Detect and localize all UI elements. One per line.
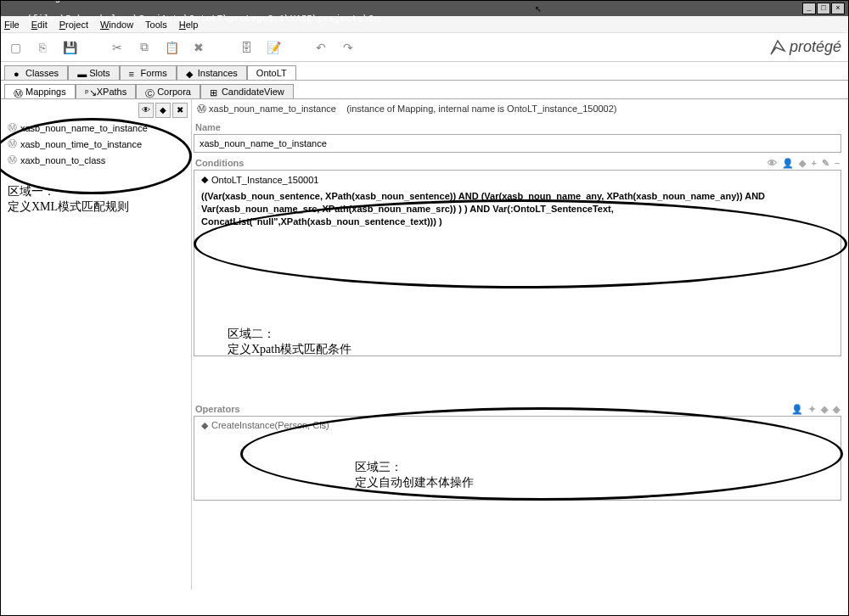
- notes-icon[interactable]: 📝: [266, 40, 281, 55]
- main-tabrow: ●Classes ▬Slots ≡Forms ◆Instances OntoLT: [1, 62, 848, 81]
- cut-icon[interactable]: ✂: [110, 40, 125, 55]
- close-button[interactable]: ×: [831, 3, 845, 14]
- cond-tool-person-icon[interactable]: 👤: [782, 158, 794, 169]
- content-area: 👁 ◆ ✖ Ⓜxasb_noun_name_to_instance Ⓜxasb_…: [1, 99, 848, 590]
- menu-help[interactable]: Help: [179, 20, 199, 30]
- operators-box[interactable]: ◆ CreateInstance(Person, Cls): [194, 416, 841, 501]
- name-section-label: Name: [195, 122, 840, 132]
- mapping-bullet-icon: Ⓜ: [8, 154, 17, 166]
- instance-header: Ⓜ xasb_noun_name_to_instance (instance o…: [194, 101, 841, 117]
- save-icon[interactable]: 💾: [62, 40, 77, 55]
- view-button[interactable]: 👁: [138, 103, 154, 118]
- right-panel: Ⓜ xasb_noun_name_to_instance (instance o…: [192, 99, 848, 590]
- cond-tool-view-icon[interactable]: 👁: [767, 158, 777, 169]
- mappings-icon: Ⓜ: [14, 87, 22, 96]
- oper-tool-add3-icon[interactable]: ◆: [833, 404, 840, 415]
- oper-tool-person-icon[interactable]: 👤: [791, 404, 803, 415]
- mapping-bullet-icon: Ⓜ: [8, 137, 17, 150]
- xpaths-icon: ᵖ↘: [85, 87, 93, 96]
- new-icon[interactable]: ▢: [8, 40, 23, 55]
- mapping-item-2[interactable]: Ⓜxaxb_noun_to_class: [4, 152, 188, 168]
- candidateview-icon: ⊞: [210, 87, 218, 96]
- forms-icon: ≡: [129, 69, 138, 77]
- subtab-candidateview[interactable]: ⊞CandidateView: [200, 84, 294, 98]
- menu-project[interactable]: Project: [59, 20, 88, 30]
- window-buttons: _ □ ×: [802, 3, 845, 14]
- classes-icon: ●: [14, 69, 22, 77]
- title-product: Protégé 3.1.1: [26, 0, 99, 3]
- instance-meta: (instance of Mapping, internal name is O…: [346, 104, 616, 114]
- oper-tool-add1-icon[interactable]: ✦: [808, 404, 816, 415]
- left-panel: 👁 ◆ ✖ Ⓜxasb_noun_name_to_instance Ⓜxasb_…: [1, 99, 192, 590]
- footer: [1, 590, 848, 615]
- maximize-button[interactable]: □: [817, 3, 830, 14]
- instances-icon: ◆: [186, 69, 194, 77]
- zone1-line2: 定义XML模式匹配规则: [8, 199, 129, 215]
- menu-tools[interactable]: Tools: [145, 20, 167, 30]
- zone1-label: 区域一： 定义XML模式匹配规则: [8, 184, 129, 215]
- protege-logo: protégé: [767, 37, 841, 58]
- mapping-item-0[interactable]: Ⓜxasb_noun_name_to_instance: [4, 120, 188, 136]
- tab-slots[interactable]: ▬Slots: [68, 65, 119, 80]
- cond-tool-plus-icon[interactable]: +: [811, 158, 816, 169]
- redo-icon[interactable]: ↷: [340, 40, 356, 55]
- conditions-section-label: Conditions 👁 👤 ◆ + ✎ –: [195, 158, 840, 168]
- cond-tool-remove-icon[interactable]: –: [835, 158, 840, 169]
- diamond-icon: ◆: [201, 174, 208, 185]
- cond-tool-edit-icon[interactable]: ✎: [822, 158, 829, 169]
- mapping-item-1[interactable]: Ⓜxasb_noun_time_to_instance: [4, 136, 188, 152]
- paste-icon[interactable]: 📋: [164, 40, 179, 55]
- left-minitoolbar: 👁 ◆ ✖: [4, 103, 188, 118]
- zone1-line1: 区域一：: [8, 184, 129, 199]
- menu-file[interactable]: FFileile: [4, 20, 20, 30]
- slots-icon: ▬: [77, 69, 86, 77]
- archive-icon[interactable]: 🗄: [239, 40, 254, 55]
- zone2-line1: 区域二：: [228, 327, 351, 342]
- menu-window[interactable]: Window: [100, 20, 133, 30]
- open-icon[interactable]: ⎘: [35, 40, 50, 55]
- conditions-tools: 👁 👤 ◆ + ✎ –: [767, 158, 840, 169]
- subtab-xpaths[interactable]: ᵖ↘XPaths: [76, 84, 136, 98]
- copy-icon[interactable]: ⧉: [137, 40, 152, 55]
- operators-tools: 👤 ✦ ◆ ◆: [791, 404, 840, 415]
- tab-ontolt[interactable]: OntoLT: [247, 65, 296, 80]
- diamond-icon: ◆: [201, 420, 208, 431]
- delete-icon[interactable]: ✖: [191, 40, 206, 55]
- titlebar: OntoLT Protégé 3.1.1 (file:\D:\workplace…: [1, 1, 848, 16]
- undo-icon[interactable]: ↶: [313, 40, 329, 55]
- cursor-icon: ↖: [535, 2, 542, 15]
- subtab-corpora[interactable]: ⒸCorpora: [136, 84, 200, 98]
- name-field[interactable]: xasb_noun_name_to_instance: [194, 134, 841, 153]
- menu-edit[interactable]: Edit: [31, 20, 48, 30]
- corpora-icon: Ⓒ: [145, 87, 154, 96]
- tab-classes[interactable]: ●Classes: [4, 65, 68, 80]
- condition-expression: ((Var(xasb_noun_sentence, XPath(xasb_nou…: [196, 187, 839, 232]
- instance-icon: Ⓜ: [197, 104, 206, 114]
- tab-instances[interactable]: ◆Instances: [177, 65, 247, 80]
- condition-instance-row[interactable]: ◆ OntoLT_Instance_150001: [196, 172, 839, 187]
- oper-tool-add2-icon[interactable]: ◆: [821, 404, 828, 415]
- zone3-label: 区域三： 定义自动创建本体操作: [355, 460, 474, 490]
- zone2-label: 区域二： 定义Xpath模式匹配条件: [228, 327, 351, 357]
- minimize-button[interactable]: _: [802, 3, 816, 14]
- create-button[interactable]: ◆: [155, 103, 171, 118]
- subtab-mappings[interactable]: ⓂMappings: [4, 84, 76, 98]
- remove-button[interactable]: ✖: [172, 103, 188, 118]
- sub-tabrow: ⓂMappings ᵖ↘XPaths ⒸCorpora ⊞CandidateVi…: [1, 81, 848, 99]
- operators-section-label: Operators 👤 ✦ ◆ ◆: [195, 404, 840, 414]
- instance-name: xasb_noun_name_to_instance: [209, 104, 336, 114]
- mapping-bullet-icon: Ⓜ: [8, 121, 17, 134]
- tab-forms[interactable]: ≡Forms: [120, 65, 177, 80]
- zone3-line1: 区域三：: [355, 460, 474, 475]
- zone2-line2: 定义Xpath模式匹配条件: [228, 342, 351, 357]
- cond-tool-add-icon[interactable]: ◆: [799, 158, 806, 169]
- operator-row[interactable]: ◆ CreateInstance(Person, Cls): [196, 418, 839, 433]
- zone3-line2: 定义自动创建本体操作: [355, 475, 474, 490]
